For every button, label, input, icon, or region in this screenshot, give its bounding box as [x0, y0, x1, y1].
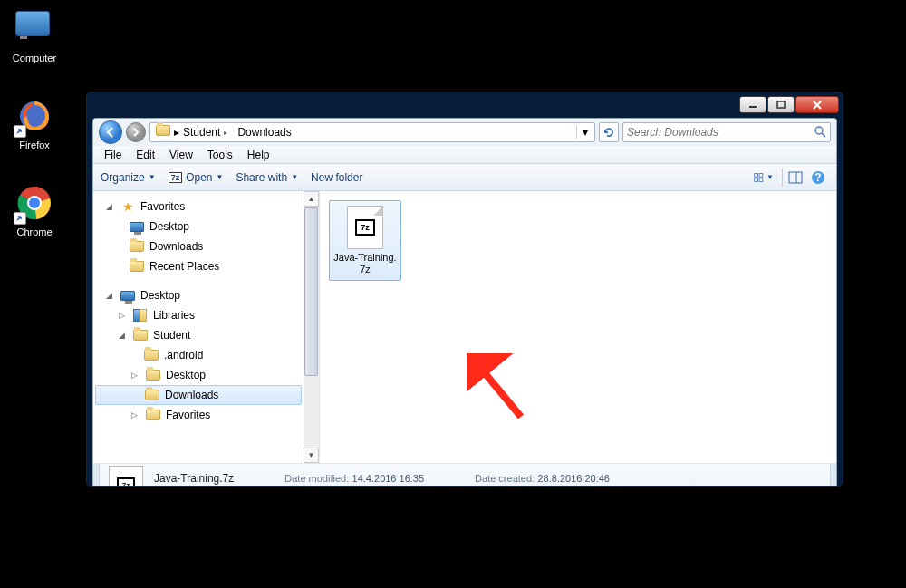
7z-icon: 7z	[355, 219, 375, 236]
star-icon: ★	[120, 199, 135, 214]
details-modified-label: Date modified:	[284, 473, 349, 484]
nav-item-student-favorites[interactable]: ▷Favorites	[93, 405, 304, 425]
nav-favorites[interactable]: ◢★Favorites	[93, 197, 304, 217]
folder-icon	[156, 125, 170, 140]
chrome-icon	[15, 185, 53, 223]
collapse-icon: ◢	[106, 202, 115, 211]
collapse-icon: ◢	[119, 331, 128, 340]
open-button[interactable]: 7z Open ▼	[169, 171, 224, 184]
desktop-icon-label: Computer	[0, 53, 69, 63]
folder-icon	[146, 368, 160, 382]
titlebar	[87, 92, 843, 118]
organize-button[interactable]: Organize ▼	[101, 171, 156, 184]
expand-icon: ▷	[131, 410, 140, 419]
computer-icon	[15, 11, 53, 49]
help-button[interactable]: ?	[807, 168, 829, 188]
scrollbar-track[interactable]	[304, 207, 319, 448]
share-with-button[interactable]: Share with ▼	[236, 171, 298, 184]
breadcrumb[interactable]: ▸ Student▸ Downloads ▾	[149, 122, 595, 142]
nav-desktop[interactable]: ◢Desktop	[93, 285, 304, 305]
nav-item-libraries[interactable]: ▷Libraries	[93, 305, 304, 325]
menu-tools[interactable]: Tools	[200, 149, 240, 161]
nav-item-recent-places[interactable]: Recent Places	[93, 256, 304, 276]
maximize-button[interactable]	[767, 96, 795, 113]
menubar: File Edit View Tools Help	[93, 146, 836, 164]
scroll-up-button[interactable]: ▲	[304, 191, 319, 207]
svg-rect-12	[789, 172, 802, 183]
forward-button[interactable]	[126, 122, 146, 142]
breadcrumb-dropdown[interactable]: ▾	[576, 126, 593, 139]
dropdown-arrow-icon: ▼	[291, 173, 298, 181]
nav-item-desktop[interactable]: Desktop	[93, 217, 304, 236]
expand-icon: ▷	[119, 311, 128, 320]
new-folder-button[interactable]: New folder	[311, 171, 362, 184]
address-bar: ▸ Student▸ Downloads ▾	[93, 119, 836, 146]
breadcrumb-item[interactable]: Student▸	[179, 123, 234, 141]
file-item[interactable]: 7z Java-Training.7z	[329, 200, 401, 281]
folder-icon	[144, 348, 159, 362]
svg-rect-11	[759, 178, 763, 181]
details-filename: Java-Training.7z	[154, 472, 234, 485]
file-icon: 7z	[109, 466, 143, 487]
toolbar: Organize ▼ 7z Open ▼ Share with ▼ New fo…	[93, 164, 836, 191]
7z-icon: 7z	[169, 172, 183, 183]
preview-pane-button[interactable]	[782, 168, 804, 188]
menu-view[interactable]: View	[162, 149, 200, 161]
nav-item-student-downloads[interactable]: Downloads	[95, 385, 302, 405]
folder-icon	[130, 259, 144, 274]
scrollbar-thumb[interactable]	[304, 207, 318, 376]
file-list[interactable]: 7z Java-Training.7z	[320, 191, 836, 463]
desktop-icon	[120, 288, 135, 303]
menu-file[interactable]: File	[97, 149, 129, 161]
svg-text:?: ?	[814, 171, 821, 184]
file-icon: 7z	[347, 206, 383, 249]
svg-point-3	[29, 198, 40, 208]
desktop-icon-label: Chrome	[0, 227, 69, 237]
file-label: Java-Training.7z	[333, 252, 398, 275]
back-button[interactable]	[99, 120, 122, 144]
desktop-icon-label: Firefox	[0, 140, 69, 150]
refresh-button[interactable]	[599, 122, 619, 142]
menu-help[interactable]: Help	[240, 149, 277, 161]
desktop-icon	[130, 219, 144, 234]
folder-icon	[130, 239, 144, 254]
svg-rect-10	[755, 178, 758, 181]
7z-icon: 7z	[117, 477, 135, 487]
svg-rect-9	[759, 173, 763, 177]
nav-item-student-desktop[interactable]: ▷Desktop	[93, 365, 304, 385]
desktop: Computer Firefox Chrome	[0, 0, 69, 243]
scroll-down-button[interactable]: ▼	[304, 448, 319, 463]
desktop-icon-firefox[interactable]: Firefox	[0, 92, 69, 156]
details-created-label: Date created:	[475, 473, 535, 484]
shortcut-arrow-icon	[14, 125, 26, 138]
navigation-pane: ◢★Favorites Desktop Downloads Recent Pla…	[93, 191, 320, 463]
firefox-icon	[15, 98, 53, 136]
folder-icon	[145, 388, 159, 402]
details-modified-value: 14.4.2016 16:35	[352, 473, 425, 484]
collapse-icon: ◢	[106, 291, 115, 300]
search-input[interactable]	[627, 126, 814, 139]
nav-item-downloads[interactable]: Downloads	[93, 236, 304, 256]
nav-item-student[interactable]: ◢Student	[93, 325, 304, 345]
minimize-button[interactable]	[739, 96, 766, 113]
breadcrumb-item[interactable]: Downloads	[234, 123, 297, 141]
svg-rect-8	[755, 173, 758, 177]
close-button[interactable]	[795, 96, 839, 113]
details-pane: 7z Java-Training.7z Date modified: 14.4.…	[99, 463, 831, 487]
search-box[interactable]	[622, 122, 831, 142]
svg-rect-5	[777, 101, 785, 108]
svg-point-6	[815, 127, 823, 134]
svg-line-7	[822, 133, 825, 137]
desktop-icon-chrome[interactable]: Chrome	[0, 179, 69, 243]
desktop-icon-computer[interactable]: Computer	[0, 5, 69, 69]
scrollbar[interactable]: ▲ ▼	[304, 191, 319, 463]
libraries-icon	[133, 308, 148, 323]
menu-edit[interactable]: Edit	[129, 149, 162, 161]
dropdown-arrow-icon: ▼	[217, 173, 224, 181]
explorer-window: ▸ Student▸ Downloads ▾ File Edit View To…	[86, 92, 843, 487]
nav-item-android[interactable]: .android	[93, 345, 304, 365]
folder-icon	[146, 408, 160, 422]
search-icon	[814, 125, 826, 140]
change-view-button[interactable]: ▼	[753, 168, 775, 188]
shortcut-arrow-icon	[14, 212, 26, 225]
